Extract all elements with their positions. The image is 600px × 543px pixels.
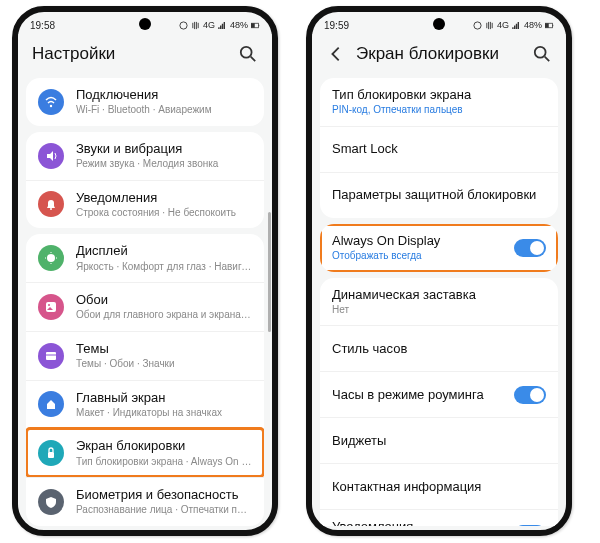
toggle-switch[interactable] — [514, 239, 546, 257]
settings-row[interactable]: Звуки и вибрацияРежим звука · Мелодия зв… — [26, 132, 264, 180]
row-label: Главный экран — [76, 390, 252, 406]
vibrate-icon — [191, 21, 200, 30]
row-text: Динамическая заставкаНет — [332, 287, 546, 317]
page-header: Экран блокировки — [312, 34, 566, 72]
row-label: Экран блокировки — [76, 438, 252, 454]
settings-row[interactable]: Экран блокировкиТип блокировки экрана · … — [26, 428, 264, 477]
row-label: Виджеты — [332, 433, 546, 449]
settings-row[interactable]: ТемыТемы · Обои · Значки — [26, 331, 264, 380]
row-label: Контактная информация — [332, 479, 546, 495]
row-text: Экран блокировкиТип блокировки экрана · … — [76, 438, 252, 468]
svg-point-21 — [535, 47, 546, 58]
row-label: Smart Lock — [332, 141, 546, 157]
row-subtitle: Обои для главного экрана и экрана блокир… — [76, 309, 252, 322]
settings-row[interactable]: УведомленияСтрока состояния · Не беспоко… — [26, 180, 264, 229]
camera-notch — [139, 18, 151, 30]
settings-row[interactable]: Smart Lock — [320, 126, 558, 172]
settings-row[interactable]: Динамическая заставкаНет — [320, 278, 558, 326]
display-icon — [38, 245, 64, 271]
chevron-left-icon — [327, 45, 345, 63]
row-text: Главный экранМакет · Индикаторы на значк… — [76, 390, 252, 420]
settings-row[interactable]: Параметры защитной блокировки — [320, 172, 558, 218]
alarm-icon — [179, 21, 188, 30]
settings-group: Тип блокировки экранаPIN-код, Отпечатки … — [320, 78, 558, 218]
vibrate-icon — [485, 21, 494, 30]
settings-row[interactable]: Контактная информация — [320, 463, 558, 509]
settings-row[interactable]: Always On DisplayОтображать всегда — [320, 224, 558, 272]
settings-group: ДисплейЯркость · Комфорт для глаз · Нави… — [26, 234, 264, 526]
search-button[interactable] — [238, 44, 258, 64]
row-label: Уведомления — [332, 519, 514, 526]
row-text: Smart Lock — [332, 141, 546, 157]
phone-left: 19:58 4G 48% Настройки ПодключенияWi-Fi … — [12, 6, 278, 536]
camera-notch — [433, 18, 445, 30]
row-text: УведомленияСтрока состояния · Не беспоко… — [76, 190, 252, 220]
svg-line-22 — [545, 57, 550, 62]
page-title: Настройки — [32, 44, 115, 64]
settings-row[interactable]: Виджеты — [320, 417, 558, 463]
row-text: ТемыТемы · Обои · Значки — [76, 341, 252, 371]
row-text: Always On DisplayОтображать всегда — [332, 233, 514, 263]
row-text: ОбоиОбои для главного экрана и экрана бл… — [76, 292, 252, 322]
row-subtitle: Тип блокировки экрана · Always On Displa… — [76, 456, 252, 469]
row-label: Стиль часов — [332, 341, 546, 357]
signal-icon — [512, 21, 521, 30]
row-subtitle: Отображать всегда — [332, 250, 514, 263]
row-subtitle: Wi-Fi · Bluetooth · Авиарежим — [76, 104, 252, 117]
settings-row[interactable]: Тип блокировки экранаPIN-код, Отпечатки … — [320, 78, 558, 126]
settings-list[interactable]: ПодключенияWi-Fi · Bluetooth · Авиарежим… — [18, 72, 272, 526]
row-text: ДисплейЯркость · Комфорт для глаз · Нави… — [76, 243, 252, 273]
signal-icon — [218, 21, 227, 30]
row-subtitle: Распознавание лица · Отпечатки пальцев — [76, 504, 252, 517]
settings-row[interactable]: УведомленияТолько значки — [320, 509, 558, 526]
bell-icon — [38, 191, 64, 217]
battery-icon — [545, 21, 554, 30]
svg-rect-14 — [48, 452, 54, 458]
row-text: Стиль часов — [332, 341, 546, 357]
row-label: Тип блокировки экрана — [332, 87, 546, 103]
status-time: 19:58 — [30, 20, 55, 31]
scroll-indicator[interactable] — [268, 212, 271, 332]
row-label: Подключения — [76, 87, 252, 103]
row-subtitle: Строка состояния · Не беспокоить — [76, 207, 252, 220]
status-net: 4G — [497, 20, 509, 30]
row-label: Динамическая заставка — [332, 287, 546, 303]
row-label: Обои — [76, 292, 252, 308]
row-text: Виджеты — [332, 433, 546, 449]
theme-icon — [38, 343, 64, 369]
row-text: ПодключенияWi-Fi · Bluetooth · Авиарежим — [76, 87, 252, 117]
row-text: Параметры защитной блокировки — [332, 187, 546, 203]
search-button[interactable] — [532, 44, 552, 64]
phone-right: 19:59 4G 48% Экран блокировки Тип блокир… — [306, 6, 572, 536]
shield-icon — [38, 489, 64, 515]
toggle-switch[interactable] — [514, 386, 546, 404]
lockscreen-list[interactable]: Тип блокировки экранаPIN-код, Отпечатки … — [312, 72, 566, 526]
settings-row[interactable]: Главный экранМакет · Индикаторы на значк… — [26, 380, 264, 429]
row-subtitle: Режим звука · Мелодия звонка — [76, 158, 252, 171]
settings-row[interactable]: ПодключенияWi-Fi · Bluetooth · Авиарежим — [26, 78, 264, 126]
toggle-switch[interactable] — [514, 525, 546, 526]
search-icon — [533, 45, 551, 63]
status-battery: 48% — [524, 20, 542, 30]
row-text: УведомленияТолько значки — [332, 519, 514, 526]
row-label: Темы — [76, 341, 252, 357]
row-label: Звуки и вибрация — [76, 141, 252, 157]
status-net: 4G — [203, 20, 215, 30]
settings-row[interactable]: Стиль часов — [320, 325, 558, 371]
settings-row[interactable]: Биометрия и безопасностьРаспознавание ли… — [26, 477, 264, 526]
row-subtitle: Макет · Индикаторы на значках — [76, 407, 252, 420]
svg-rect-13 — [46, 352, 56, 360]
row-subtitle: Яркость · Комфорт для глаз · Навигационн… — [76, 261, 252, 274]
svg-rect-11 — [46, 302, 56, 312]
settings-row[interactable]: ДисплейЯркость · Комфорт для глаз · Нави… — [26, 234, 264, 282]
svg-rect-4 — [251, 23, 255, 28]
back-button[interactable] — [326, 44, 346, 64]
wifi-icon — [38, 89, 64, 115]
page-title: Экран блокировки — [356, 44, 499, 64]
row-label: Параметры защитной блокировки — [332, 187, 546, 203]
svg-point-17 — [474, 21, 481, 28]
settings-row[interactable]: Часы в режиме роуминга — [320, 371, 558, 417]
sound-icon — [38, 143, 64, 169]
row-label: Часы в режиме роуминга — [332, 387, 514, 403]
settings-row[interactable]: ОбоиОбои для главного экрана и экрана бл… — [26, 282, 264, 331]
